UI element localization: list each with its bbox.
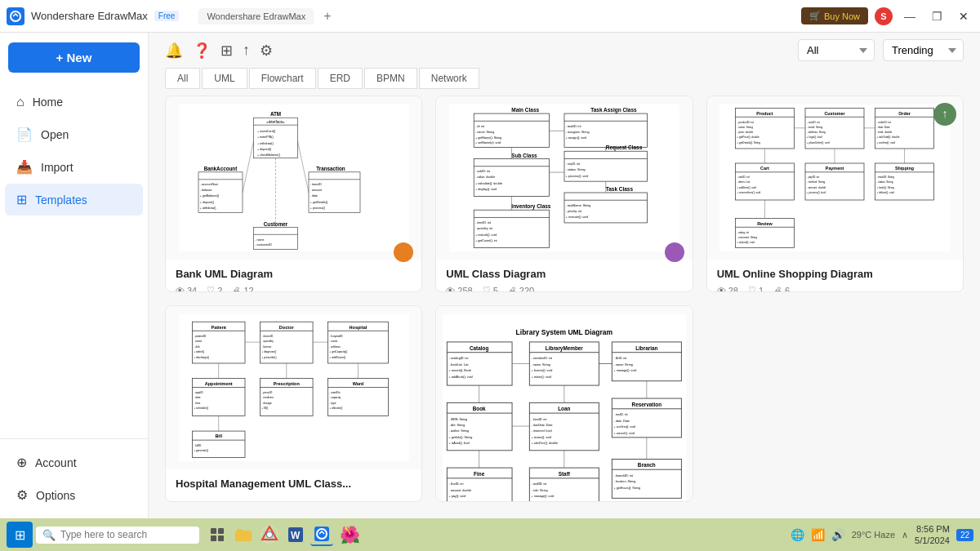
svg-text:- medicine: - medicine xyxy=(261,396,274,399)
svg-text:+ pay(): void: + pay(): void xyxy=(449,495,466,498)
sort-filter[interactable]: Trending Newest Most Used xyxy=(883,39,964,61)
svg-text:+ withdraw(): + withdraw() xyxy=(257,142,274,145)
sidebar-item-options[interactable]: ⚙ Options xyxy=(5,479,143,511)
share-icon[interactable]: ↑ xyxy=(243,42,250,59)
taskbar-icon-edrawmax[interactable] xyxy=(310,523,333,546)
svg-text:+ track(): String: + track(): String xyxy=(877,186,895,189)
user-avatar[interactable]: S xyxy=(875,7,893,25)
svg-text:- amount: - amount xyxy=(310,189,321,192)
svg-text:+ issue(): void: + issue(): void xyxy=(532,501,550,502)
add-tab-button[interactable]: + xyxy=(323,9,331,24)
taskbar-icon-word[interactable]: W xyxy=(284,523,307,546)
svg-text:- transID: - transID xyxy=(310,183,321,186)
restore-button[interactable]: ❐ xyxy=(927,10,947,23)
minimize-button[interactable]: — xyxy=(899,10,920,23)
svg-text:- hospitalID: - hospitalID xyxy=(329,335,343,338)
svg-text:Product: Product xyxy=(757,111,774,116)
svg-text:Book: Book xyxy=(473,406,486,411)
svg-text:- name: - name xyxy=(194,340,202,343)
svg-text:- role: String: - role: String xyxy=(532,489,548,492)
card-title-uml-class: UML Class Diagram xyxy=(446,268,682,280)
cat-erd[interactable]: ERD xyxy=(318,68,363,89)
sidebar-item-templates[interactable]: ⊞ Templates xyxy=(5,184,143,216)
svg-text:- id: int: - id: int xyxy=(475,125,484,128)
svg-text:- libID: int: - libID: int xyxy=(614,357,627,360)
category-filter[interactable]: All UML Flowchart Mind Map xyxy=(798,39,875,61)
svg-text:Main Class: Main Class xyxy=(511,107,539,113)
cat-uml[interactable]: UML xyxy=(202,68,247,89)
views-stat: 👁 258 xyxy=(446,285,472,292)
svg-text:- taskName: String: - taskName: String xyxy=(566,204,591,207)
volume-icon: 🔊 xyxy=(831,528,845,541)
svg-text:- catalogID: int: - catalogID: int xyxy=(449,357,469,360)
svg-text:- author: String: - author: String xyxy=(449,429,470,433)
sidebar-item-open[interactable]: 📄 Open xyxy=(5,118,143,150)
sidebar-item-account[interactable]: ⊕ Account xyxy=(5,447,143,478)
svg-text:+ renew(): void: + renew(): void xyxy=(532,436,552,439)
svg-text:- value: double: - value: double xyxy=(475,176,495,179)
svg-text:Order: Order xyxy=(899,111,912,116)
svg-line-32 xyxy=(243,141,254,193)
template-card-uml-shopping[interactable]: Product - productID: int - name: String … xyxy=(706,96,964,292)
svg-text:+ prescribe(): + prescribe() xyxy=(261,356,276,359)
apps-icon[interactable]: ⊞ xyxy=(220,42,233,60)
template-card-bank-uml[interactable]: ATM «interface» + insertCard() + enterPI… xyxy=(165,96,422,292)
template-card-hospital-uml[interactable]: Patient - patientID - name - dob + admit… xyxy=(165,305,422,502)
cat-flowchart[interactable]: Flowchart xyxy=(249,68,316,89)
start-button[interactable]: ⊞ xyxy=(7,522,33,548)
help-icon[interactable]: ❓ xyxy=(193,42,211,60)
svg-text:+ login(): bool: + login(): bool xyxy=(807,136,822,139)
svg-text:+ manage(): void: + manage(): void xyxy=(532,495,555,498)
title-bar-left: Wondershare EdrawMax Free Wondershare Ed… xyxy=(7,7,332,25)
app-logo xyxy=(7,7,24,25)
template-card-library-uml[interactable]: Library System UML Diagram Catalog - cat… xyxy=(435,305,693,502)
close-button[interactable]: ✕ xyxy=(954,10,973,23)
cat-all[interactable]: All xyxy=(165,68,200,89)
svg-text:- dueDate: Date: - dueDate: Date xyxy=(532,424,553,427)
taskbar-right: 🌐 📶 🔊 29°C Haze ∧ 8:56 PM 5/1/2024 22 xyxy=(791,523,973,547)
svg-text:+ schedule(): + schedule() xyxy=(194,407,208,410)
uses-stat: 🖨 220 xyxy=(508,285,534,292)
svg-text:- productID: int: - productID: int xyxy=(737,121,755,124)
card-title-hospital: Hospital Management UML Class... xyxy=(176,478,412,490)
sidebar-item-options-label: Options xyxy=(36,489,75,502)
svg-text:- status: String: - status: String xyxy=(566,168,586,171)
taskbar-icon-folder[interactable] xyxy=(232,523,255,546)
taskbar-clock[interactable]: 8:56 PM 5/1/2024 xyxy=(915,523,950,547)
svg-rect-269 xyxy=(218,528,224,534)
main-layout: + New ⌂ Home 📄 Open 📥 Import ⊞ Templates xyxy=(0,33,980,518)
up-arrow-icon[interactable]: ∧ xyxy=(902,530,908,540)
taskbar: ⊞ 🔍 W xyxy=(0,518,980,551)
svg-text:Review: Review xyxy=(758,221,773,226)
sidebar-item-home[interactable]: ⌂ Home xyxy=(5,87,143,118)
svg-text:- name: - name xyxy=(329,340,337,343)
cat-bpmn[interactable]: BPMN xyxy=(364,68,417,89)
new-button[interactable]: + New xyxy=(8,42,140,73)
taskbar-search[interactable]: 🔍 xyxy=(36,527,199,544)
taskbar-icon-task-view[interactable] xyxy=(206,523,229,546)
svg-text:Prescription: Prescription xyxy=(273,381,300,386)
svg-text:- name: String: - name: String xyxy=(475,131,494,134)
svg-text:- subID: int: - subID: int xyxy=(475,170,490,173)
template-grid: ATM «interface» + insertCard() + enterPI… xyxy=(149,96,980,518)
svg-text:Customer: Customer xyxy=(263,221,287,227)
svg-text:+ return(): void: + return(): void xyxy=(532,375,551,379)
svg-text:- capacity: - capacity xyxy=(329,396,341,399)
taskbar-icon-chrome[interactable] xyxy=(258,523,281,546)
buy-now-button[interactable]: 🛒 Buy Now xyxy=(801,7,868,24)
svg-text:- payID: int: - payID: int xyxy=(807,176,819,179)
template-card-uml-class[interactable]: Main Class - id: int - name: String + ge… xyxy=(435,96,693,292)
bell-icon[interactable]: 🔔 xyxy=(165,42,183,60)
svg-text:- title: String: - title: String xyxy=(449,424,466,427)
date-display: 5/1/2024 xyxy=(915,535,950,546)
templates-icon: ⊞ xyxy=(16,192,27,207)
svg-text:Librarian: Librarian xyxy=(635,345,657,351)
sidebar-bottom: ⊕ Account ⚙ Options xyxy=(0,438,148,518)
options-icon: ⚙ xyxy=(16,487,28,503)
sidebar-item-import[interactable]: 📥 Import xyxy=(5,151,143,183)
svg-text:- date: Date: - date: Date xyxy=(877,126,891,129)
cat-network[interactable]: Network xyxy=(419,68,479,89)
tab-item[interactable]: Wondershare EdrawMax xyxy=(198,8,314,24)
taskbar-search-input[interactable] xyxy=(60,529,175,540)
settings-icon[interactable]: ⚙ xyxy=(260,42,273,60)
